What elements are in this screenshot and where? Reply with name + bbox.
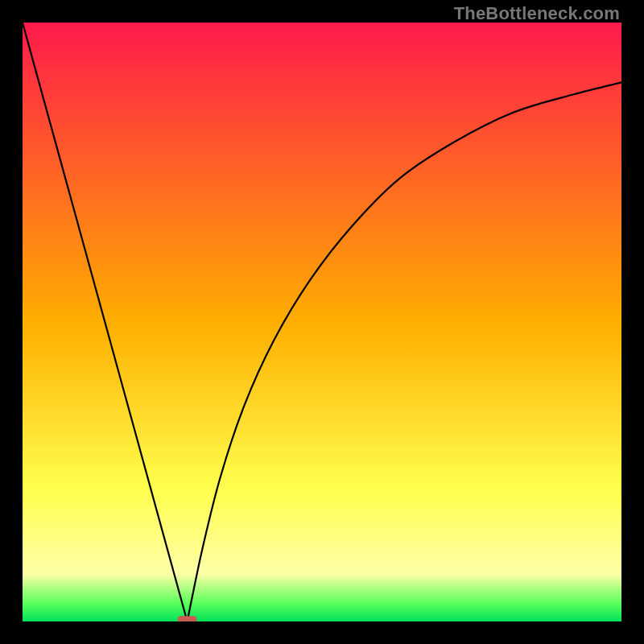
chart-frame: TheBottleneck.com (0, 0, 644, 644)
plot-area (23, 23, 621, 621)
gradient-background (23, 23, 621, 621)
chart-svg (23, 23, 621, 621)
min-marker (178, 616, 197, 621)
watermark-text: TheBottleneck.com (454, 3, 620, 24)
